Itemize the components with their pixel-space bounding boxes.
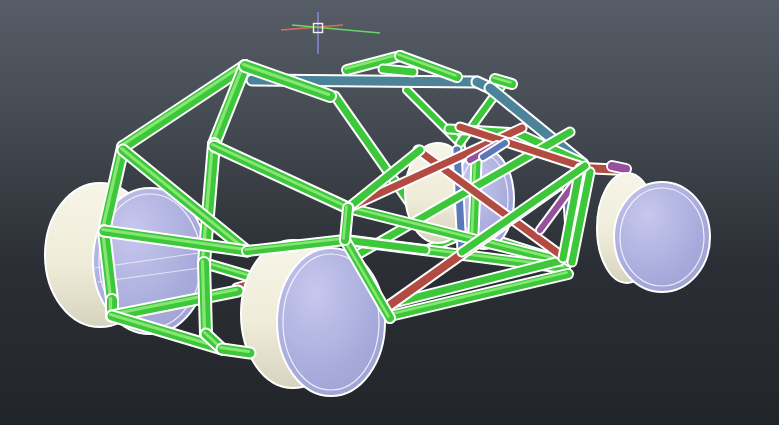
frame-tube-purple[interactable] — [612, 166, 626, 169]
frame-tube-green[interactable] — [383, 69, 413, 72]
tube-highlight — [203, 262, 205, 333]
wheel-rear-right[interactable] — [597, 173, 710, 292]
tube-highlight — [213, 145, 347, 207]
cad-viewport[interactable] — [0, 0, 779, 425]
chassis-canvas — [0, 0, 779, 425]
crosshair-cursor — [281, 12, 380, 54]
wheel-face — [614, 182, 710, 292]
frame-tube-green[interactable] — [407, 90, 460, 143]
frame-tube-green[interactable] — [345, 240, 425, 250]
